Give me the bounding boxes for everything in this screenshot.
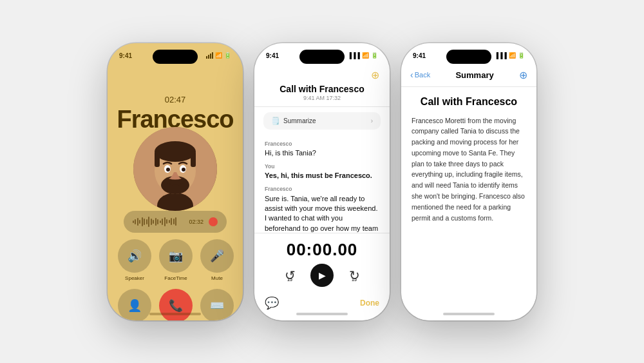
keypad-button[interactable]: ⌨️ Keypad [200,289,234,320]
sender-3: Francesco [265,185,379,193]
summary-body: Call with Francesco Francesco Moretti fr… [401,87,536,320]
svg-rect-5 [191,152,196,167]
summary-text: Francesco Moretti from the moving compan… [412,115,526,224]
summarize-label: Summarize [283,117,316,124]
waveform-timer: 02:32 [189,219,204,225]
playback-timer: 00:00.00 [287,240,358,260]
transcript-title: Call with Francesco [265,84,379,94]
skip-forward-button[interactable]: ↻ 15 [345,266,363,284]
summarize-button[interactable]: 🗒️ Summarize › [263,112,381,130]
more-button[interactable]: ⊕ [519,69,527,81]
speaker-button[interactable]: 🔊 Speaker [118,239,151,281]
svg-rect-4 [155,152,160,167]
home-indicator-1 [149,313,201,315]
memoji-area [133,127,217,211]
msg-2: Yes, hi, this must be Francesco. [265,171,379,181]
playback-area: 00:00.00 ↺ 15 ▶ ↻ 15 [254,233,390,291]
phone2-content: 9:41 ▐▐▐ 📶 🔋 ⊕ Call with Francesco 9:41 … [254,43,390,320]
waveform-bar: 02:32 [124,211,227,233]
phone1-content: 9:41 📶 🔋 02:47 Francesco [108,43,243,320]
phone-transcript: 9:41 ▐▐▐ 📶 🔋 ⊕ Call with Francesco 9:41 … [254,43,390,320]
chevron-right-icon: › [371,117,373,124]
status-time-2: 9:41 [266,52,279,59]
dynamic-island-3 [446,50,491,64]
skip-back-button[interactable]: ↺ 15 [281,266,299,284]
status-icons-2: ▐▐▐ 📶 🔋 [348,52,378,59]
memoji-svg [133,127,217,211]
phone-active-call: 9:41 📶 🔋 02:47 Francesco [108,43,243,320]
summarize-icon: 🗒️ [271,117,280,125]
back-label: Back [415,71,430,79]
dynamic-island-2 [299,50,345,64]
summary-nav-title: Summary [455,70,493,80]
memoji-avatar [133,127,217,211]
status-icons-3: ▐▐▐ 📶 🔋 [495,52,525,59]
sender-1: Francesco [265,140,379,148]
playback-controls: ↺ 15 ▶ ↻ 15 [281,264,363,287]
home-indicator-3 [443,313,495,315]
phone3-content: 9:41 ▐▐▐ 📶 🔋 ‹ Back Summary ⊕ Call with … [401,43,536,320]
add-button[interactable]: 👤 Add [118,289,151,320]
transcript-footer: 💬 Done [254,291,390,320]
msg-3: Sure is. Tania, we're all ready to assis… [265,194,379,233]
svg-point-9 [166,168,170,172]
status-time-3: 9:41 [413,52,426,59]
status-icons-1: 📶 🔋 [206,52,231,59]
status-time-1: 9:41 [119,52,132,59]
transcript-icon: 💬 [265,296,279,310]
dynamic-island [153,50,198,64]
signal-bars-1 [206,52,213,59]
record-indicator [209,217,218,226]
wave-viz [133,216,184,228]
call-duration: 02:47 [165,95,186,104]
sender-2: You [265,162,379,171]
more-options-icon[interactable]: ⊕ [371,69,379,81]
msg-1: Hi, is this Tania? [265,148,379,158]
phones-container: 9:41 📶 🔋 02:47 Francesco [95,30,549,333]
done-button[interactable]: Done [360,299,379,308]
transcript-subtitle: 9:41 AM 17:32 [265,95,379,101]
home-indicator-2 [296,313,348,315]
svg-point-3 [155,141,196,162]
summary-call-title: Call with Francesco [412,96,526,108]
facetime-button[interactable]: 📷 FaceTime [159,239,193,281]
play-button[interactable]: ▶ [310,264,334,287]
phone-summary: 9:41 ▐▐▐ 📶 🔋 ‹ Back Summary ⊕ Call with … [401,43,536,320]
mute-button[interactable]: 🎤 Mute [200,239,234,281]
end-button[interactable]: 📞 End [159,289,193,320]
svg-point-10 [182,168,185,172]
transcript-body: Francesco Hi, is this Tania? You Yes, hi… [254,132,390,233]
back-button[interactable]: ‹ Back [410,70,430,80]
chevron-left-icon: ‹ [410,70,413,80]
call-buttons-grid: 🔊 Speaker 📷 FaceTime 🎤 Mute 👤 Add 📞 [118,239,232,320]
